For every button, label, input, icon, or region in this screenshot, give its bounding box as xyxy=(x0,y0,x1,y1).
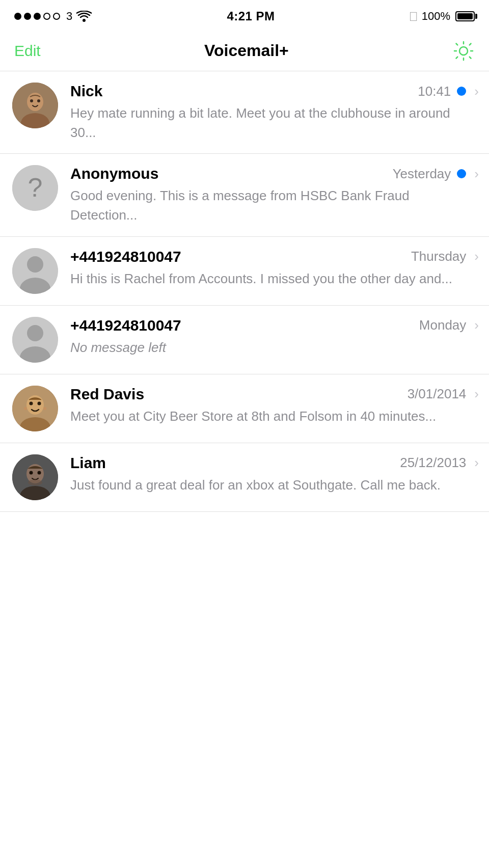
nick-name: Nick xyxy=(70,83,102,100)
anonymous-time: Yesterday xyxy=(393,166,451,182)
carrier-label: 3 xyxy=(66,10,72,23)
anonymous-meta: Yesterday › xyxy=(393,166,479,182)
page-title: Voicemail+ xyxy=(204,41,289,60)
unknown2-name: +441924810047 xyxy=(70,317,181,334)
silhouette-icon-1 xyxy=(12,248,58,294)
svg-point-24 xyxy=(30,471,33,474)
svg-point-26 xyxy=(28,479,42,485)
svg-point-12 xyxy=(27,325,43,341)
unknown2-content: +441924810047 Monday › No message left xyxy=(70,317,479,358)
red-davis-preview: Meet you at City Beer Store at 8th and F… xyxy=(70,407,479,426)
status-left: 3 xyxy=(14,10,92,23)
liam-preview: Just found a great deal for an xbox at S… xyxy=(70,476,479,495)
signal-dot-1 xyxy=(14,13,21,20)
liam-meta: 25/12/2013 › xyxy=(400,455,479,471)
avatar-red-davis xyxy=(12,386,58,431)
nick-time: 10:41 xyxy=(418,84,451,99)
unknown2-chevron: › xyxy=(474,317,479,333)
nick-photo xyxy=(12,83,58,128)
unknown1-preview: Hi this is Rachel from Accounts. I misse… xyxy=(70,269,479,289)
signal-dots xyxy=(14,13,60,20)
avatar-unknown1 xyxy=(12,248,58,294)
anonymous-content: Anonymous Yesterday › Good evening. This… xyxy=(70,165,479,225)
red-davis-header: Red Davis 3/01/2014 › xyxy=(70,386,479,403)
settings-icon[interactable] xyxy=(452,40,475,62)
unknown1-header: +441924810047 Thursday › xyxy=(70,248,479,265)
liam-content: Liam 25/12/2013 › Just found a great dea… xyxy=(70,454,479,495)
nick-preview: Hey mate running a bit late. Meet you at… xyxy=(70,104,479,142)
red-davis-chevron: › xyxy=(474,386,479,402)
avatar-liam xyxy=(12,454,58,500)
anonymous-icon: ? xyxy=(12,165,58,211)
status-right: ⎕ 100% xyxy=(410,10,475,23)
red-davis-content: Red Davis 3/01/2014 › Meet you at City B… xyxy=(70,386,479,426)
unknown1-content: +441924810047 Thursday › Hi this is Rach… xyxy=(70,248,479,289)
voicemail-item-unknown2[interactable]: +441924810047 Monday › No message left xyxy=(0,306,489,374)
liam-chevron: › xyxy=(474,455,479,471)
svg-point-19 xyxy=(24,407,27,410)
red-davis-time: 3/01/2014 xyxy=(408,386,467,402)
svg-point-4 xyxy=(30,99,33,102)
nick-unread-dot xyxy=(457,87,466,96)
unknown1-name: +441924810047 xyxy=(70,248,181,265)
battery-percent: 100% xyxy=(422,10,450,23)
unknown2-meta: Monday › xyxy=(419,317,479,333)
red-davis-name: Red Davis xyxy=(70,386,144,403)
edit-button[interactable]: Edit xyxy=(14,42,41,60)
unknown2-header: +441924810047 Monday › xyxy=(70,317,479,334)
battery-fill xyxy=(457,13,473,19)
signal-dot-4 xyxy=(43,13,50,20)
voicemail-item-red-davis[interactable]: Red Davis 3/01/2014 › Meet you at City B… xyxy=(0,374,489,443)
anonymous-name: Anonymous xyxy=(70,165,158,182)
svg-point-5 xyxy=(37,99,40,102)
avatar-nick xyxy=(12,83,58,128)
battery-icon xyxy=(455,11,475,21)
svg-point-0 xyxy=(83,19,86,22)
anonymous-preview: Good evening. This is a message from HSB… xyxy=(70,186,479,225)
nick-content: Nick 10:41 › Hey mate running a bit late… xyxy=(70,83,479,142)
voicemail-item-nick[interactable]: Nick 10:41 › Hey mate running a bit late… xyxy=(0,71,489,154)
liam-photo xyxy=(12,454,58,500)
silhouette-icon-2 xyxy=(12,317,58,363)
liam-time: 25/12/2013 xyxy=(400,455,466,471)
nick-header: Nick 10:41 › xyxy=(70,83,479,100)
red-davis-meta: 3/01/2014 › xyxy=(408,386,479,402)
anonymous-header: Anonymous Yesterday › xyxy=(70,165,479,182)
signal-dot-5 xyxy=(53,13,60,20)
unknown1-time: Thursday xyxy=(411,249,466,264)
svg-point-20 xyxy=(43,407,46,410)
red-davis-photo xyxy=(12,386,58,431)
liam-header: Liam 25/12/2013 › xyxy=(70,454,479,472)
svg-point-17 xyxy=(30,401,33,405)
svg-text:?: ? xyxy=(28,173,43,202)
wifi-icon xyxy=(76,11,92,22)
unknown2-time: Monday xyxy=(419,317,467,333)
anonymous-chevron: › xyxy=(474,166,479,182)
avatar-unknown2 xyxy=(12,317,58,363)
avatar-anonymous: ? xyxy=(12,165,58,211)
unknown1-chevron: › xyxy=(474,249,479,264)
signal-dot-3 xyxy=(34,13,41,20)
nav-bar: Edit Voicemail+ xyxy=(0,31,489,71)
svg-point-9 xyxy=(27,256,43,273)
voicemail-item-anonymous[interactable]: ? Anonymous Yesterday › Good evening. Th… xyxy=(0,154,489,236)
signal-dot-2 xyxy=(24,13,31,20)
voicemail-list: Nick 10:41 › Hey mate running a bit late… xyxy=(0,71,489,512)
liam-name: Liam xyxy=(70,454,106,472)
unknown2-preview: No message left xyxy=(70,338,479,358)
status-bar: 3 4:21 PM ⎕ 100% xyxy=(0,0,489,31)
anonymous-unread-dot xyxy=(457,169,466,178)
unknown1-meta: Thursday › xyxy=(411,249,479,264)
bluetooth-icon: ⎕ xyxy=(410,10,417,23)
status-time: 4:21 PM xyxy=(227,9,275,23)
nick-meta: 10:41 › xyxy=(418,84,479,99)
voicemail-item-liam[interactable]: Liam 25/12/2013 › Just found a great dea… xyxy=(0,443,489,512)
nick-chevron: › xyxy=(474,84,479,99)
svg-point-18 xyxy=(38,401,41,405)
svg-point-25 xyxy=(38,471,41,474)
voicemail-item-unknown1[interactable]: +441924810047 Thursday › Hi this is Rach… xyxy=(0,237,489,306)
